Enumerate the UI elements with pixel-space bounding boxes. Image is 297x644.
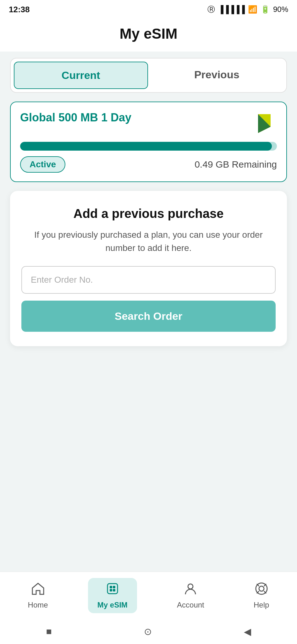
progress-bar-fill <box>20 142 272 151</box>
android-circle-button[interactable]: ⊙ <box>144 626 152 637</box>
status-icons: Ⓡ ▐▐▐▐▐ 📶 🔋 90% <box>207 4 288 14</box>
svg-rect-5 <box>110 589 112 591</box>
purchase-card: Add a previous purchase If you previousl… <box>10 191 287 346</box>
nav-item-myesim[interactable]: My eSIM <box>88 578 137 613</box>
plan-header: Global 500 MB 1 Day <box>20 111 277 136</box>
nav-item-home[interactable]: Home <box>19 578 58 613</box>
wifi-icon: 📶 <box>248 5 257 14</box>
svg-rect-6 <box>113 589 115 591</box>
search-order-button[interactable]: Search Order <box>21 301 276 332</box>
signal-icon: ▐▐▐▐▐ <box>218 5 245 14</box>
plan-footer: Active 0.49 GB Remaining <box>20 156 277 173</box>
nav-item-help[interactable]: Help <box>244 578 278 613</box>
tab-previous[interactable]: Previous <box>151 62 283 89</box>
home-icon <box>31 582 45 599</box>
android-back-button[interactable]: ◀ <box>244 626 251 637</box>
battery-icon: 🔋 <box>261 5 270 14</box>
svg-rect-3 <box>110 586 112 588</box>
page-title: My eSIM <box>0 25 297 42</box>
active-badge: Active <box>20 156 65 173</box>
plan-card: Global 500 MB 1 Day Active 0.49 GB Remai… <box>10 102 287 182</box>
bottom-nav: Home My eSIM Account <box>0 572 297 619</box>
nav-label-myesim: My eSIM <box>97 601 128 609</box>
registered-icon: Ⓡ <box>207 4 215 14</box>
account-icon <box>184 582 197 599</box>
tab-current[interactable]: Current <box>14 62 148 89</box>
remaining-text: 0.49 GB Remaining <box>195 159 277 170</box>
svg-rect-2 <box>107 584 118 594</box>
status-bar: 12:38 Ⓡ ▐▐▐▐▐ 📶 🔋 90% <box>0 0 297 19</box>
nav-label-account: Account <box>177 601 204 609</box>
android-square-button[interactable]: ■ <box>46 626 52 637</box>
purchase-card-description: If you previously purchased a plan, you … <box>21 228 276 255</box>
order-number-input[interactable] <box>21 266 276 294</box>
plan-title: Global 500 MB 1 Day <box>20 111 131 124</box>
nav-label-help: Help <box>254 601 269 609</box>
nav-label-home: Home <box>28 601 48 609</box>
svg-point-9 <box>259 586 264 591</box>
android-nav-bar: ■ ⊙ ◀ <box>0 619 297 644</box>
nav-item-account[interactable]: Account <box>168 578 214 613</box>
svg-point-7 <box>188 584 193 589</box>
progress-bar-background <box>20 142 277 151</box>
myesim-icon <box>106 582 119 599</box>
plan-logo <box>252 111 277 136</box>
main-content: Current Previous Global 500 MB 1 Day Act… <box>0 52 297 462</box>
page-title-bar: My eSIM <box>0 19 297 52</box>
help-icon <box>255 582 268 599</box>
status-time: 12:38 <box>9 5 30 14</box>
svg-rect-4 <box>113 586 115 588</box>
purchase-card-title: Add a previous purchase <box>21 207 276 221</box>
battery-percent: 90% <box>273 5 288 14</box>
tabs-container: Current Previous <box>10 58 287 93</box>
